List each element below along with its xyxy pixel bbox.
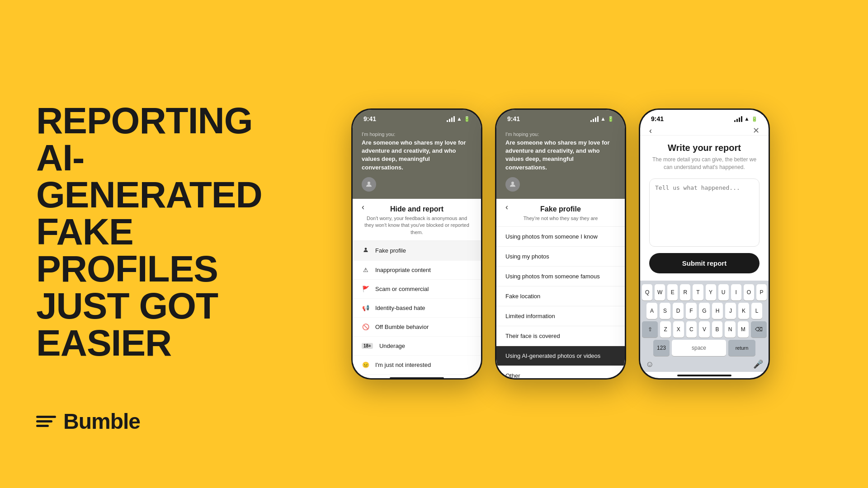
- off-bumble-label: Off Bumble behavior: [375, 324, 429, 330]
- mic-key[interactable]: 🎤: [753, 359, 763, 369]
- menu-item-hate[interactable]: 📢 Identity-based hate: [353, 299, 481, 318]
- phone-2: 9:41 ▲ 🔋 I'm hoping you: Are someone who…: [495, 108, 626, 380]
- status-icons-2: ▲ 🔋: [590, 116, 614, 122]
- sheet-subtitle-1: Don't worry, your feedback is anonymous …: [362, 215, 472, 236]
- key-i[interactable]: I: [731, 284, 741, 300]
- key-g[interactable]: G: [699, 303, 710, 319]
- svg-point-1: [365, 248, 367, 250]
- phone-3: 9:41 ▲ 🔋 ‹ ✕ Write your report The more …: [639, 108, 770, 380]
- keyboard-row-2: A S D F G H J K L: [642, 303, 767, 319]
- scam-label: Scam or commercial: [375, 286, 429, 292]
- inappropriate-label: Inappropriate content: [375, 267, 431, 273]
- key-f[interactable]: F: [686, 303, 697, 319]
- sub-item-my-photos[interactable]: Using my photos: [496, 247, 625, 267]
- menu-list-1: Fake profile ⚠ Inappropriate content 🚩 S…: [353, 241, 481, 375]
- menu-item-not-interested[interactable]: 😐 I'm just not interested: [353, 356, 481, 375]
- hoping-label-2: I'm hoping you:: [505, 131, 616, 137]
- emoji-key[interactable]: ☺: [646, 360, 654, 369]
- sub-list: Using photos from someone I know Using m…: [496, 227, 625, 378]
- bumble-logo: Bumble: [36, 409, 226, 434]
- off-bumble-icon: 🚫: [362, 324, 370, 330]
- key-j[interactable]: J: [725, 303, 736, 319]
- key-m[interactable]: M: [738, 321, 749, 338]
- key-l[interactable]: L: [751, 303, 762, 319]
- keyboard: Q W E R T Y U I O P A S D F G H: [640, 281, 769, 372]
- key-y[interactable]: Y: [706, 284, 716, 300]
- key-n[interactable]: N: [725, 321, 736, 338]
- menu-item-fake-profile[interactable]: Fake profile: [353, 241, 481, 261]
- svg-point-0: [368, 182, 370, 184]
- keyboard-bottom: ☺ 🎤: [642, 358, 767, 370]
- key-u[interactable]: U: [718, 284, 729, 300]
- report-header: ‹ ✕: [640, 124, 769, 136]
- key-d[interactable]: D: [673, 303, 684, 319]
- battery-icon-1: 🔋: [464, 116, 470, 122]
- submit-report-button[interactable]: Submit report: [649, 253, 760, 273]
- report-desc: The more detail you can give, the better…: [649, 156, 760, 171]
- avatar-2: [505, 177, 520, 192]
- key-return[interactable]: return: [728, 340, 755, 356]
- key-w[interactable]: W: [655, 284, 665, 300]
- svg-point-2: [511, 182, 514, 184]
- report-back-button[interactable]: ‹: [649, 126, 652, 136]
- sheet-title-2: Fake profile: [505, 205, 616, 213]
- key-v[interactable]: V: [699, 321, 710, 338]
- sub-item-fake-location[interactable]: Fake location: [496, 286, 625, 306]
- menu-item-off-bumble[interactable]: 🚫 Off Bumble behavior: [353, 318, 481, 337]
- key-o[interactable]: O: [744, 284, 754, 300]
- keyboard-row-1: Q W E R T Y U I O P: [642, 284, 767, 300]
- fake-profile-sheet: ‹ Fake profile They're not who they say …: [496, 199, 625, 378]
- key-c[interactable]: C: [686, 321, 697, 338]
- sub-item-limited-info[interactable]: Limited information: [496, 306, 625, 326]
- fake-profile-icon: [362, 247, 370, 254]
- battery-icon-2: 🔋: [608, 116, 614, 122]
- profile-bg-2: I'm hoping you: Are someone who shares m…: [496, 124, 625, 199]
- key-e[interactable]: E: [667, 284, 678, 300]
- status-time-2: 9:41: [507, 115, 520, 122]
- key-r[interactable]: R: [680, 284, 690, 300]
- report-textarea[interactable]: [649, 178, 760, 247]
- sub-item-photos-famous[interactable]: Using photos from someone famous: [496, 267, 625, 286]
- key-123[interactable]: 123: [653, 340, 670, 356]
- key-k[interactable]: K: [738, 303, 749, 319]
- sheet-header-1: ‹ Hide and report Don't worry, your feed…: [353, 199, 481, 241]
- key-p[interactable]: P: [756, 284, 767, 300]
- sub-item-other[interactable]: Other: [496, 366, 625, 378]
- underage-label: Underage: [379, 343, 405, 349]
- key-backspace[interactable]: ⌫: [751, 321, 767, 338]
- avatar-1: [362, 177, 376, 192]
- key-a[interactable]: A: [646, 303, 657, 319]
- key-space[interactable]: space: [672, 340, 726, 356]
- hoping-text-2: Are someone who shares my love for adven…: [505, 139, 616, 172]
- menu-item-underage[interactable]: 18+ Underage: [353, 337, 481, 356]
- status-time-3: 9:41: [651, 115, 664, 122]
- back-arrow-1[interactable]: ‹: [362, 202, 364, 212]
- keyboard-row-4: 123 space return: [642, 340, 767, 356]
- scam-icon: 🚩: [362, 286, 370, 292]
- menu-item-scam[interactable]: 🚩 Scam or commercial: [353, 280, 481, 299]
- signal-icon-1: [447, 116, 455, 122]
- sub-item-ai-generated[interactable]: Using AI-generated photos or videos: [496, 346, 625, 366]
- age-badge: 18+: [362, 343, 373, 349]
- phone-1: 9:41 ▲ 🔋 I'm hoping you: Are someone who…: [351, 108, 482, 380]
- brand-name: Bumble: [63, 409, 140, 434]
- key-t[interactable]: T: [693, 284, 703, 300]
- report-close-button[interactable]: ✕: [753, 126, 760, 136]
- not-interested-icon: 😐: [362, 361, 370, 368]
- sub-item-face-covered[interactable]: Their face is covered: [496, 326, 625, 346]
- key-s[interactable]: S: [660, 303, 670, 319]
- menu-item-inappropriate[interactable]: ⚠ Inappropriate content: [353, 261, 481, 280]
- key-q[interactable]: Q: [642, 284, 652, 300]
- status-bar-2: 9:41 ▲ 🔋: [496, 110, 625, 124]
- key-b[interactable]: B: [712, 321, 723, 338]
- key-shift[interactable]: ⇧: [642, 321, 658, 338]
- wifi-icon-1: ▲: [457, 116, 462, 122]
- hoping-text-1: Are someone who shares my love for adven…: [362, 139, 472, 172]
- back-arrow-2[interactable]: ‹: [505, 202, 508, 212]
- sheet-subtitle-2: They're not who they say they are: [505, 215, 616, 222]
- sub-item-photos-know[interactable]: Using photos from someone I know: [496, 227, 625, 247]
- key-x[interactable]: X: [673, 321, 684, 338]
- left-section: REPORTING AI-GENERATED FAKE PROFILES JUS…: [0, 0, 253, 488]
- key-h[interactable]: H: [712, 303, 723, 319]
- key-z[interactable]: Z: [660, 321, 671, 338]
